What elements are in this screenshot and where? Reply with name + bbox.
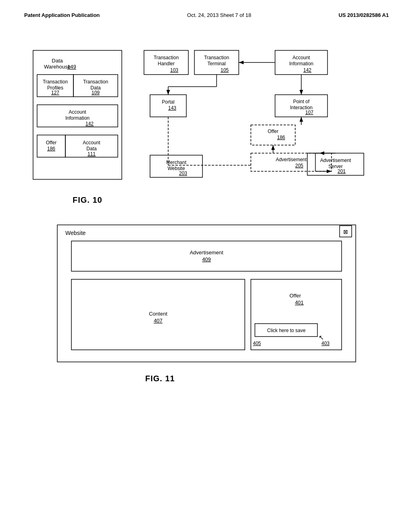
- svg-text:Point of: Point of: [293, 99, 310, 104]
- svg-text:Click here to save: Click here to save: [267, 328, 306, 333]
- page: Patent Application Publication Oct. 24, …: [0, 0, 413, 532]
- svg-text:Advertisement: Advertisement: [276, 157, 307, 162]
- svg-text:149: 149: [67, 64, 76, 70]
- svg-text:109: 109: [92, 90, 100, 96]
- svg-text:Warehouse: Warehouse: [44, 64, 71, 70]
- svg-text:205: 205: [295, 163, 303, 168]
- fig10-svg: Data Warehouse 149 Transaction Profiles …: [25, 46, 388, 187]
- svg-text:↖: ↖: [319, 334, 324, 341]
- svg-text:111: 111: [88, 151, 96, 157]
- svg-text:143: 143: [168, 105, 176, 111]
- svg-text:Transaction: Transaction: [204, 55, 229, 60]
- website-label: Website: [65, 230, 86, 236]
- svg-text:407: 407: [154, 318, 163, 324]
- svg-text:107: 107: [305, 110, 313, 115]
- svg-text:Transaction: Transaction: [43, 79, 68, 85]
- fig10-container: Data Warehouse 149 Transaction Profiles …: [24, 46, 389, 187]
- svg-text:Portal: Portal: [162, 99, 174, 105]
- close-icon[interactable]: ⊠: [343, 229, 348, 235]
- svg-text:403: 403: [321, 341, 330, 346]
- svg-text:103: 103: [170, 67, 178, 73]
- fig11-container: Website ⊠ Advertisement 409 Content 407 …: [24, 221, 389, 370]
- svg-text:Content: Content: [149, 311, 167, 317]
- svg-text:186: 186: [47, 146, 55, 152]
- svg-text:Account: Account: [69, 109, 86, 115]
- header-center: Oct. 24, 2013 Sheet 7 of 18: [187, 12, 251, 18]
- header-left: Patent Application Publication: [24, 12, 100, 18]
- svg-text:Transaction: Transaction: [154, 55, 179, 60]
- svg-text:Offer: Offer: [290, 293, 301, 299]
- svg-text:Account: Account: [83, 140, 100, 145]
- svg-text:142: 142: [303, 67, 311, 73]
- svg-rect-0: [33, 50, 122, 179]
- svg-text:203: 203: [179, 170, 187, 176]
- svg-text:186: 186: [277, 135, 285, 140]
- svg-text:401: 401: [295, 299, 304, 305]
- svg-text:Advertisement: Advertisement: [320, 158, 351, 163]
- svg-text:Offer: Offer: [268, 129, 278, 134]
- svg-text:127: 127: [51, 90, 59, 96]
- svg-text:105: 105: [221, 67, 229, 73]
- svg-text:201: 201: [338, 168, 346, 174]
- svg-rect-47: [251, 125, 295, 145]
- svg-text:Information: Information: [289, 61, 313, 66]
- data-warehouse-label: Data: [52, 58, 63, 64]
- svg-text:Information: Information: [65, 115, 90, 121]
- fig11-label: FIG. 11: [145, 374, 389, 383]
- svg-text:409: 409: [202, 256, 211, 262]
- svg-text:Data: Data: [86, 146, 97, 152]
- svg-text:405: 405: [253, 341, 261, 346]
- svg-text:Handler: Handler: [158, 61, 175, 66]
- svg-text:Merchant: Merchant: [166, 160, 187, 165]
- svg-text:Advertisement: Advertisement: [190, 249, 223, 256]
- svg-text:Offer: Offer: [46, 140, 56, 145]
- svg-text:Account: Account: [292, 55, 310, 60]
- svg-text:Terminal: Terminal: [207, 61, 225, 66]
- fig11-svg: Website ⊠ Advertisement 409 Content 407 …: [49, 221, 364, 370]
- svg-rect-69: [57, 225, 356, 362]
- header-right: US 2013/0282586 A1: [338, 12, 389, 18]
- svg-text:Transaction: Transaction: [83, 79, 108, 85]
- page-header: Patent Application Publication Oct. 24, …: [24, 8, 389, 26]
- svg-text:142: 142: [86, 121, 94, 127]
- fig10-label: FIG. 10: [73, 195, 389, 205]
- svg-rect-77: [251, 279, 342, 350]
